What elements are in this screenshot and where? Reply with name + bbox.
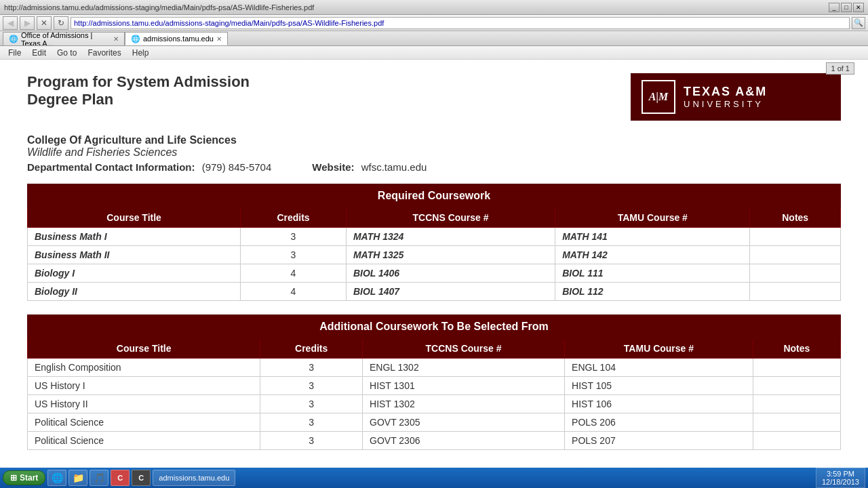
course-credits-1: 3 xyxy=(241,228,347,246)
tabs-bar: 🌐 Office of Admissions | Texas A... ✕ 🌐 … xyxy=(0,31,868,46)
add-course-title-2: US History I xyxy=(28,377,260,395)
required-section-title: Required Coursework xyxy=(28,184,841,208)
add-course-credits-5: 3 xyxy=(260,432,363,450)
tab-close-1[interactable]: ✕ xyxy=(113,35,119,43)
tab-label-2: admissions.tamu.edu xyxy=(143,35,214,43)
add-course-tccns-3: HIST 1302 xyxy=(363,395,565,413)
address-bar[interactable]: http://admissions.tamu.edu/admissions-st… xyxy=(71,17,850,29)
start-button[interactable]: ⊞ Start xyxy=(3,470,45,485)
back-button[interactable]: ◀ xyxy=(3,16,18,30)
add-course-tccns-2: HIST 1301 xyxy=(363,377,565,395)
tab-icon: 🌐 xyxy=(9,35,18,43)
clock-date: 12/18/2013 xyxy=(822,478,859,486)
col-tccns-req: TCCNS Course # xyxy=(346,208,555,228)
media-icon[interactable]: 🎵 xyxy=(90,470,108,486)
table-row: English Composition 3 ENGL 1302 ENGL 104 xyxy=(28,359,841,377)
add-course-credits-2: 3 xyxy=(260,377,363,395)
tamu-emblem: A|M xyxy=(642,80,675,114)
window-title: http://admissions.tamu.edu/admissions-st… xyxy=(4,3,314,12)
menu-edit[interactable]: Edit xyxy=(26,46,52,59)
stop-button[interactable]: ✕ xyxy=(37,16,52,30)
browser-chrome: http://admissions.tamu.edu/admissions-st… xyxy=(0,0,868,60)
add-course-title-1: English Composition xyxy=(28,359,260,377)
course-tccns-1: MATH 1324 xyxy=(346,228,555,246)
required-header-row: Required Coursework xyxy=(28,184,841,208)
window-controls: _ □ ✕ xyxy=(829,3,864,12)
add-course-tamu-3: HIST 106 xyxy=(565,395,753,413)
table-row: Business Math I 3 MATH 1324 MATH 141 xyxy=(28,228,841,246)
ie-icon[interactable]: 🌐 xyxy=(47,470,66,486)
menu-favorites[interactable]: Favorites xyxy=(82,46,126,59)
app-icon-1[interactable]: C xyxy=(111,470,130,486)
course-credits-4: 4 xyxy=(241,283,347,301)
tab-close-2[interactable]: ✕ xyxy=(216,35,222,43)
add-course-tccns-4: GOVT 2305 xyxy=(363,413,565,432)
add-course-notes-3 xyxy=(753,395,840,413)
page-content: 1 of 1 Program for System Admission Degr… xyxy=(0,60,868,474)
title-bar: http://admissions.tamu.edu/admissions-st… xyxy=(0,0,868,15)
table-row: Biology II 4 BIOL 1407 BIOL 112 xyxy=(28,283,841,301)
additional-section-title: Additional Coursework To Be Selected Fro… xyxy=(28,315,841,339)
search-button[interactable]: 🔍 xyxy=(852,17,865,29)
contact-info: Departmental Contact Information: (979) … xyxy=(27,161,271,173)
course-credits-2: 3 xyxy=(241,246,347,264)
col-credits-add: Credits xyxy=(260,339,363,359)
course-tamu-2: MATH 142 xyxy=(555,246,750,264)
contact-row: Departmental Contact Information: (979) … xyxy=(27,161,841,173)
add-course-tamu-4: POLS 206 xyxy=(565,413,753,432)
add-course-credits-3: 3 xyxy=(260,395,363,413)
page-indicator: 1 of 1 xyxy=(826,62,854,75)
menu-goto[interactable]: Go to xyxy=(52,46,82,59)
col-credits-req: Credits xyxy=(241,208,347,228)
add-course-notes-5 xyxy=(753,432,840,450)
nav-bar: ◀ ▶ ✕ ↻ http://admissions.tamu.edu/admis… xyxy=(0,15,868,31)
start-label: Start xyxy=(20,473,38,483)
tamu-logo: A|M TEXAS A&M UNIVERSITY xyxy=(631,73,841,121)
menu-help[interactable]: Help xyxy=(127,46,155,59)
menu-file[interactable]: File xyxy=(3,46,26,59)
col-notes-req: Notes xyxy=(750,208,841,228)
taskbar-window[interactable]: admissions.tamu.edu xyxy=(153,470,235,486)
start-icon: ⊞ xyxy=(10,473,17,483)
address-text: http://admissions.tamu.edu/admissions-st… xyxy=(74,19,384,27)
page-header: Program for System Admission Degree Plan… xyxy=(27,73,841,121)
table-row: Business Math II 3 MATH 1325 MATH 142 xyxy=(28,246,841,264)
course-tccns-4: BIOL 1407 xyxy=(346,283,555,301)
restore-button[interactable]: □ xyxy=(841,3,852,12)
course-title-2: Business Math II xyxy=(28,246,241,264)
taskbar: ⊞ Start 🌐 📁 🎵 C C admissions.tamu.edu 3:… xyxy=(0,468,868,488)
course-notes-2 xyxy=(750,246,841,264)
tab-active[interactable]: 🌐 admissions.tamu.edu ✕ xyxy=(125,32,228,45)
contact-phone: (979) 845-5704 xyxy=(202,161,272,173)
course-notes-3 xyxy=(750,264,841,283)
table-row: Political Science 3 GOVT 2306 POLS 207 xyxy=(28,432,841,450)
dept-specialty: Wildlife and Fisheries Sciences xyxy=(27,146,841,159)
website-label: Website: xyxy=(312,161,354,173)
dept-info: College Of Agriculture and Life Sciences… xyxy=(27,134,841,173)
title-line2: Degree Plan xyxy=(27,91,250,108)
menu-bar: File Edit Go to Favorites Help xyxy=(0,46,868,60)
col-title-add: Course Title xyxy=(28,339,260,359)
website-url: wfsc.tamu.edu xyxy=(361,161,427,173)
title-line1: Program for System Admission xyxy=(27,73,250,91)
course-tccns-3: BIOL 1406 xyxy=(346,264,555,283)
folder-icon[interactable]: 📁 xyxy=(68,470,87,486)
minimize-button[interactable]: _ xyxy=(829,3,840,12)
col-notes-add: Notes xyxy=(753,339,840,359)
contact-label: Departmental Contact Information: xyxy=(27,161,195,173)
forward-button[interactable]: ▶ xyxy=(20,16,35,30)
table-row: Political Science 3 GOVT 2305 POLS 206 xyxy=(28,413,841,432)
table-row: Biology I 4 BIOL 1406 BIOL 111 xyxy=(28,264,841,283)
course-tamu-1: MATH 141 xyxy=(555,228,750,246)
add-course-tccns-1: ENGL 1302 xyxy=(363,359,565,377)
app-icon-2[interactable]: C xyxy=(132,470,151,486)
refresh-button[interactable]: ↻ xyxy=(54,16,68,30)
course-tamu-3: BIOL 111 xyxy=(555,264,750,283)
add-course-title-3: US History II xyxy=(28,395,260,413)
course-title-1: Business Math I xyxy=(28,228,241,246)
add-course-tamu-1: ENGL 104 xyxy=(565,359,753,377)
tab-admissions[interactable]: 🌐 Office of Admissions | Texas A... ✕ xyxy=(3,32,125,45)
course-credits-3: 4 xyxy=(241,264,347,283)
course-notes-1 xyxy=(750,228,841,246)
close-button[interactable]: ✕ xyxy=(853,3,864,12)
